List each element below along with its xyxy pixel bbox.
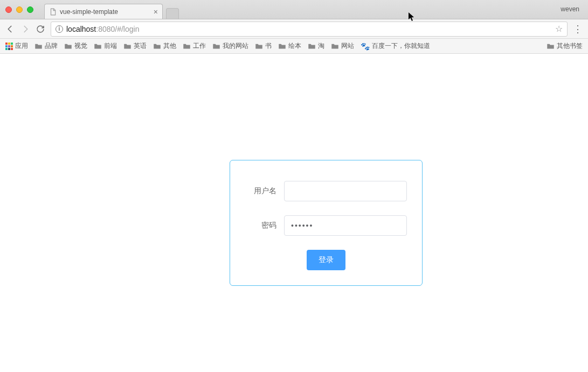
bookmark-folder[interactable]: 书 <box>255 41 272 51</box>
folder-icon <box>547 43 555 50</box>
bookmark-label: 英语 <box>134 41 147 51</box>
minimize-window-button[interactable] <box>16 6 23 13</box>
bookmark-folder[interactable]: 淘 <box>308 41 324 51</box>
bookmark-label: 网站 <box>341 41 354 51</box>
password-input[interactable] <box>284 215 407 236</box>
bookmark-folder[interactable]: 其他 <box>153 41 176 51</box>
back-button[interactable] <box>5 24 15 34</box>
toolbar: i localhost:8080/#/login ☆ ⋮ <box>0 19 588 39</box>
username-row: 用户名 <box>245 181 407 201</box>
bookmark-label: 视觉 <box>74 41 87 51</box>
folder-icon <box>255 43 263 50</box>
bookmarks-bar: 应用 品牌 视觉 前端 英语 其他 工作 我的网站 书 绘本 淘 网站 🐾百度一… <box>0 39 588 54</box>
folder-icon <box>331 43 339 50</box>
folder-icon <box>308 43 316 50</box>
maximize-window-button[interactable] <box>27 6 33 13</box>
bookmark-folder[interactable]: 英语 <box>123 41 147 51</box>
username-label: 用户名 <box>245 186 284 196</box>
apps-icon <box>5 43 13 50</box>
bookmark-label: 百度一下，你就知道 <box>372 41 430 51</box>
bookmark-folder[interactable]: 绘本 <box>278 41 301 51</box>
bookmark-folder[interactable]: 网站 <box>331 41 354 51</box>
login-button[interactable]: 登录 <box>307 250 345 270</box>
forward-button[interactable] <box>20 24 30 34</box>
folder-icon <box>183 43 191 50</box>
folder-icon <box>64 43 72 50</box>
bookmark-folder[interactable]: 我的网站 <box>212 41 248 51</box>
paw-icon: 🐾 <box>361 42 370 51</box>
apps-label: 应用 <box>15 41 28 51</box>
profile-name[interactable]: weven <box>561 5 579 13</box>
submit-row: 登录 <box>245 250 407 270</box>
bookmark-star-icon[interactable]: ☆ <box>555 24 563 34</box>
bookmark-link-baidu[interactable]: 🐾百度一下，你就知道 <box>361 41 430 51</box>
bookmark-label: 工作 <box>193 41 206 51</box>
folder-icon <box>212 43 220 50</box>
title-bar: vue-simple-template × weven <box>0 0 588 19</box>
bookmark-label: 其他书签 <box>557 41 583 51</box>
bookmark-label: 其他 <box>163 41 176 51</box>
address-bar[interactable]: i localhost:8080/#/login ☆ <box>51 22 568 37</box>
browser-tab[interactable]: vue-simple-template × <box>44 4 163 19</box>
bookmark-label: 绘本 <box>288 41 301 51</box>
menu-button[interactable]: ⋮ <box>573 24 583 34</box>
password-label: 密码 <box>245 221 284 230</box>
tab-title: vue-simple-template <box>60 8 150 16</box>
bookmark-label: 前端 <box>104 41 117 51</box>
bookmark-label: 品牌 <box>45 41 58 51</box>
folder-icon <box>123 43 132 50</box>
folder-icon <box>153 43 161 50</box>
password-row: 密码 <box>245 215 407 236</box>
close-window-button[interactable] <box>5 6 12 13</box>
page-content: 用户名 密码 登录 <box>0 54 588 372</box>
folder-icon <box>278 43 286 50</box>
site-info-icon[interactable]: i <box>56 25 63 33</box>
new-tab-button[interactable] <box>166 8 179 19</box>
login-card: 用户名 密码 登录 <box>230 160 423 286</box>
username-input[interactable] <box>284 181 407 201</box>
window-controls <box>0 6 33 13</box>
bookmark-folder[interactable]: 工作 <box>183 41 206 51</box>
reload-button[interactable] <box>36 24 45 34</box>
bookmark-folder[interactable]: 视觉 <box>64 41 87 51</box>
tab-close-button[interactable]: × <box>154 8 158 16</box>
folder-icon <box>34 43 43 50</box>
bookmark-folder[interactable]: 前端 <box>94 41 117 51</box>
file-icon <box>49 8 57 16</box>
bookmark-folder[interactable]: 品牌 <box>34 41 58 51</box>
folder-icon <box>94 43 102 50</box>
apps-shortcut[interactable]: 应用 <box>5 41 28 51</box>
bookmark-label: 淘 <box>318 41 324 51</box>
other-bookmarks[interactable]: 其他书签 <box>547 41 583 51</box>
bookmark-label: 我的网站 <box>223 41 248 51</box>
address-host: localhost:8080/#/login <box>66 25 139 33</box>
bookmark-label: 书 <box>265 41 272 51</box>
